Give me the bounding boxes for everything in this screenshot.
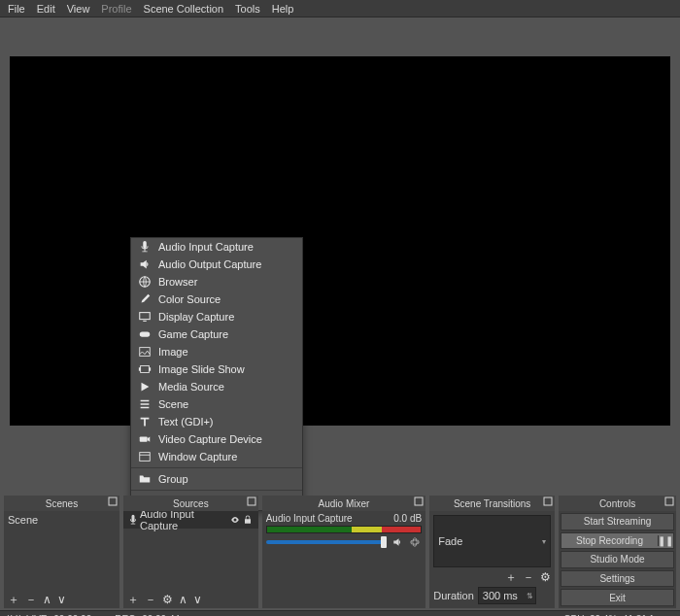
visibility-toggle[interactable] [229,513,242,527]
popout-icon[interactable] [664,496,674,508]
slideshow-icon [137,361,153,377]
image-icon [137,344,153,359]
menu-window-capture[interactable]: Window Capture [131,448,302,465]
dock-mixer-header[interactable]: Audio Mixer [262,496,426,511]
start-streaming-button[interactable]: Start Streaming [561,513,674,530]
svg-rect-9 [109,497,117,505]
dock-title: Controls [599,498,635,509]
menubar-edit[interactable]: Edit [31,1,61,17]
menu-media-source[interactable]: Media Source [131,378,302,395]
globe-icon [137,274,153,290]
transition-properties-button[interactable]: ⚙ [540,571,551,583]
scene-item[interactable]: Scene [4,511,119,529]
exit-button[interactable]: Exit [561,589,674,606]
folder-icon [137,471,153,487]
add-scene-button[interactable]: ＋ [8,594,19,605]
remove-scene-button[interactable]: － [25,594,37,605]
move-source-down-button[interactable]: ∨ [193,594,202,605]
add-transition-button[interactable]: ＋ [505,571,517,583]
menu-item-label: Media Source [158,381,224,393]
menu-display-capture[interactable]: Display Capture [131,308,302,325]
svg-rect-5 [139,367,141,371]
dock-transitions: Scene Transitions Fade ＋ － ⚙ Duration 30… [429,496,555,608]
menu-item-label: Browser [158,276,197,288]
mixer-settings-button[interactable] [408,535,422,549]
dock-title: Scene Transitions [454,498,531,509]
add-source-button[interactable]: ＋ [127,594,139,605]
sources-list[interactable]: Audio Input Capture [123,511,258,591]
stop-recording-button[interactable]: Stop Recording ❚❚ [561,532,674,550]
move-scene-up-button[interactable]: ∧ [43,594,51,605]
window-icon [137,449,153,464]
mute-button[interactable] [391,535,404,549]
menubar-profile[interactable]: Profile [95,1,137,17]
menu-group[interactable]: Group [131,470,302,488]
popout-icon[interactable] [247,496,256,508]
scene-label: Scene [8,514,38,526]
move-source-up-button[interactable]: ∧ [179,594,187,605]
menu-scene[interactable]: Scene [131,395,302,413]
menu-browser[interactable]: Browser [131,273,302,291]
dock-sources-header[interactable]: Sources [123,496,258,511]
svg-rect-8 [140,453,151,462]
menu-video-capture-device[interactable]: Video Capture Device [131,430,302,448]
menu-audio-output-capture[interactable]: Audio Output Capture [131,256,302,273]
menu-text-gdi[interactable]: Text (GDI+) [131,413,302,430]
menu-image[interactable]: Image [131,343,302,360]
source-item[interactable]: Audio Input Capture [123,511,258,529]
menubar-tools[interactable]: Tools [229,1,266,17]
dock-title: Scenes [46,498,78,509]
duration-label: Duration [433,590,474,601]
remove-source-button[interactable]: － [145,594,156,605]
list-icon [137,396,153,412]
dock-title: Audio Mixer [319,498,370,509]
mixer-channel-label: Audio Input Capture [266,513,353,524]
menu-item-label: Image Slide Show [158,363,245,375]
settings-button[interactable]: Settings [561,570,674,588]
popout-icon[interactable] [108,496,118,508]
popout-icon[interactable] [414,496,424,508]
menu-image-slide-show[interactable]: Image Slide Show [131,360,302,378]
svg-rect-11 [415,497,423,505]
text-icon [137,414,153,429]
menubar-file[interactable]: File [2,1,31,17]
menu-item-label: Text (GDI+) [158,416,214,428]
popout-icon[interactable] [543,496,553,508]
svg-rect-13 [665,497,673,505]
svg-rect-6 [149,367,151,371]
dock-sources: Sources Audio Input Capture ＋ － ⚙ ∧ ∨ [123,496,258,608]
mic-icon [137,239,153,255]
brush-icon [137,291,153,307]
sources-toolbar: ＋ － ⚙ ∧ ∨ [123,591,258,608]
dock-scenes: Scenes Scene ＋ － ∧ ∨ [4,496,119,608]
svg-rect-1 [140,313,151,320]
menu-item-label: Image [158,346,188,358]
move-scene-down-button[interactable]: ∨ [57,594,66,605]
pause-recording-button[interactable]: ❚❚ [658,535,673,546]
scenes-list[interactable]: Scene [4,511,119,591]
remove-transition-button[interactable]: － [523,571,534,583]
dock-controls-header[interactable]: Controls [559,496,676,511]
preview-canvas[interactable] [10,56,670,426]
menu-color-source[interactable]: Color Source [131,291,302,308]
lock-toggle[interactable] [242,513,255,527]
dock-scenes-header[interactable]: Scenes [4,496,119,511]
menubar-view[interactable]: View [61,1,96,17]
studio-mode-button[interactable]: Studio Mode [561,551,674,568]
svg-rect-2 [140,331,151,336]
dock-transitions-header[interactable]: Scene Transitions [429,496,555,511]
menubar-help[interactable]: Help [266,1,300,17]
menu-item-label: Window Capture [158,451,237,462]
add-source-menu: Audio Input Capture Audio Output Capture… [130,237,303,511]
source-properties-button[interactable]: ⚙ [162,594,173,605]
duration-input[interactable]: 300 ms [478,587,536,604]
menu-separator [131,490,302,491]
menu-game-capture[interactable]: Game Capture [131,325,302,343]
volume-slider[interactable] [266,540,388,544]
transition-selected-label: Fade [438,535,462,547]
transitions-body: Fade ＋ － ⚙ Duration 300 ms [429,511,555,608]
stop-recording-label: Stop Recording [561,535,658,546]
menubar-scene-collection[interactable]: Scene Collection [138,1,230,17]
menu-audio-input-capture[interactable]: Audio Input Capture [131,238,302,256]
transition-select[interactable]: Fade [433,515,551,567]
